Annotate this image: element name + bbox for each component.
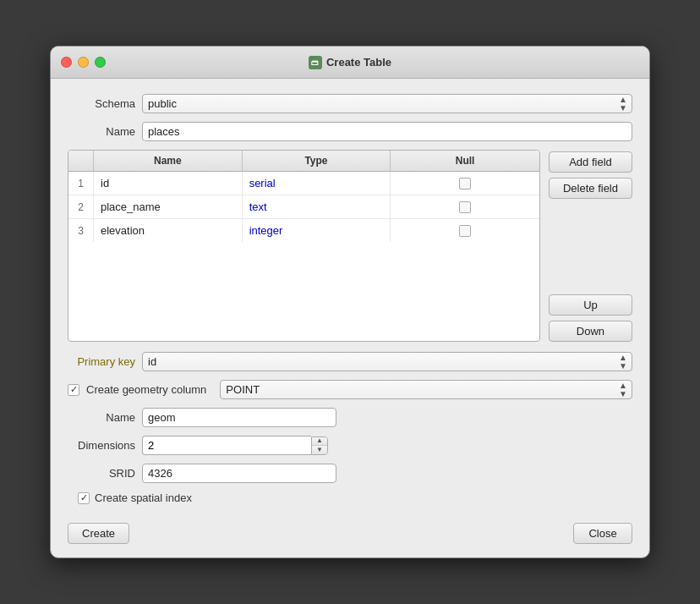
table-row[interactable]: 2 place_name text — [68, 195, 539, 219]
field-action-buttons: Add field Delete field Up Down — [549, 150, 632, 342]
geometry-type-select[interactable]: POINT — [220, 380, 632, 399]
table-row[interactable]: 1 id serial — [68, 172, 539, 195]
maximize-window-button[interactable] — [95, 57, 106, 68]
col-num — [68, 151, 94, 171]
up-button[interactable]: Up — [549, 294, 632, 316]
schema-label: Schema — [68, 97, 135, 110]
row-type: serial — [243, 172, 391, 195]
dimensions-row: Dimensions ▲ ▼ — [68, 436, 632, 455]
row-type: text — [243, 195, 391, 218]
close-window-button[interactable] — [61, 57, 72, 68]
dimensions-down-button[interactable]: ▼ — [312, 446, 327, 454]
dimensions-up-button[interactable]: ▲ — [312, 437, 327, 446]
row-num: 1 — [68, 172, 94, 195]
primary-key-row: Primary key id ▲▼ — [68, 352, 632, 371]
dialog-content: Schema public ▲▼ Name Name Type — [51, 79, 649, 557]
schema-select-wrapper: public ▲▼ — [142, 94, 632, 113]
dimensions-input[interactable] — [142, 436, 311, 455]
bottom-buttons: Create Close — [68, 518, 632, 544]
name-row: Name — [68, 122, 632, 141]
create-button[interactable]: Create — [68, 523, 129, 544]
row-null — [391, 172, 539, 195]
row-null — [391, 219, 539, 242]
srid-row: SRID — [68, 464, 632, 483]
primary-key-select-wrapper: id ▲▼ — [142, 352, 632, 371]
col-type: Type — [243, 151, 391, 171]
add-field-button[interactable]: Add field — [549, 151, 632, 173]
row-name: id — [94, 172, 243, 195]
table-row[interactable]: 3 elevation integer — [68, 219, 539, 242]
close-button[interactable]: Close — [573, 523, 632, 544]
row-type: integer — [243, 219, 391, 242]
traffic-lights — [61, 57, 106, 68]
geometry-row: Create geometry column POINT ▲▼ — [68, 380, 632, 399]
geometry-checkbox-label: Create geometry column — [86, 383, 206, 396]
fields-section: Name Type Null 1 id serial 2 place_name … — [68, 150, 632, 342]
primary-key-select[interactable]: id — [142, 352, 632, 371]
row-null — [391, 195, 539, 218]
srid-input[interactable] — [142, 464, 336, 483]
geometry-type-select-wrapper: POINT ▲▼ — [220, 380, 632, 399]
primary-key-label: Primary key — [68, 355, 135, 368]
delete-field-button[interactable]: Delete field — [549, 178, 632, 199]
row-num: 2 — [68, 195, 94, 218]
spatial-index-label: Create spatial index — [95, 491, 192, 504]
dimensions-spinner-buttons: ▲ ▼ — [311, 437, 328, 455]
row-num: 3 — [68, 219, 94, 242]
name-input[interactable] — [142, 122, 632, 141]
table-header: Name Type Null — [68, 151, 539, 172]
name-label: Name — [68, 125, 135, 138]
fields-table: Name Type Null 1 id serial 2 place_name … — [68, 150, 540, 342]
spatial-index-checkbox[interactable] — [78, 492, 90, 504]
create-table-dialog: 🗃 Create Table Schema public ▲▼ Name — [50, 46, 650, 558]
col-null: Null — [391, 151, 539, 171]
col-name: Name — [94, 151, 243, 171]
null-checkbox[interactable] — [459, 225, 471, 237]
minimize-window-button[interactable] — [78, 57, 89, 68]
schema-row: Schema public ▲▼ — [68, 94, 632, 113]
geometry-checkbox-row: Create geometry column POINT ▲▼ — [68, 380, 632, 399]
spatial-index-row: Create spatial index — [78, 491, 632, 504]
row-name: elevation — [94, 219, 243, 242]
create-geometry-checkbox[interactable] — [68, 384, 79, 396]
null-checkbox[interactable] — [459, 178, 471, 189]
table-body: 1 id serial 2 place_name text 3 elevatio… — [68, 172, 539, 341]
window-title: 🗃 Create Table — [309, 56, 391, 69]
row-name: place_name — [94, 195, 243, 218]
dimensions-spinner: ▲ ▼ — [142, 436, 328, 455]
srid-label: SRID — [68, 467, 135, 480]
window-icon: 🗃 — [309, 56, 322, 69]
dimensions-label: Dimensions — [68, 439, 135, 452]
titlebar: 🗃 Create Table — [51, 47, 649, 79]
geometry-name-label: Name — [68, 411, 135, 424]
null-checkbox[interactable] — [459, 201, 471, 213]
down-button[interactable]: Down — [549, 321, 632, 342]
geometry-name-input[interactable] — [142, 408, 336, 427]
geometry-name-row: Name — [68, 408, 632, 427]
schema-select[interactable]: public — [142, 94, 632, 113]
